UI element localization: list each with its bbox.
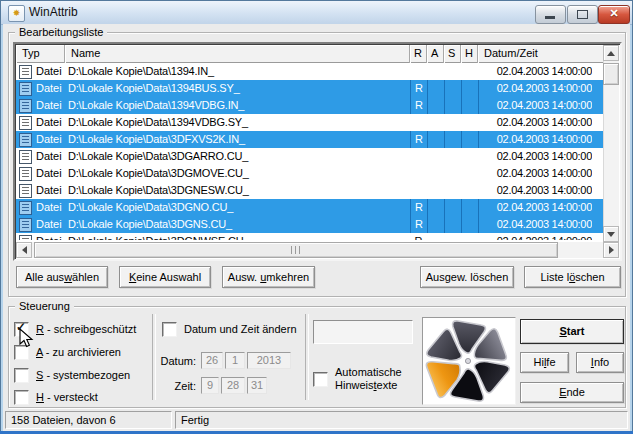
pinwheel-icon: [423, 318, 513, 402]
checkbox-archive[interactable]: ✓ A - zu archivieren: [14, 345, 121, 360]
date-month-field[interactable]: 1: [225, 352, 245, 369]
scroll-grip-icon: [291, 246, 302, 254]
vertical-scroll-thumb[interactable]: [603, 63, 619, 85]
file-icon: [19, 82, 32, 96]
time-label: Zeit:: [156, 380, 196, 392]
exit-button[interactable]: Ende: [520, 382, 624, 403]
delete-selected-button[interactable]: Ausgew. löschen: [420, 266, 514, 288]
checkbox-box: ✓: [14, 368, 29, 383]
table-row[interactable]: DateiD:\Lokale Kopie\Data\1394VDBG.IN_R0…: [16, 97, 603, 114]
scroll-left-button[interactable]: [16, 242, 32, 258]
scroll-up-button[interactable]: [603, 45, 619, 61]
info-button[interactable]: Info: [576, 352, 624, 373]
file-icon: [19, 201, 32, 215]
horizontal-scrollbar[interactable]: [16, 242, 619, 258]
checkbox-box: ✓: [313, 372, 328, 387]
maximize-icon: [577, 10, 588, 19]
scroll-down-button[interactable]: [603, 226, 619, 242]
progress-panel: [313, 320, 413, 344]
list-group-label: Bearbeitungsliste: [15, 26, 107, 39]
file-icon: [19, 150, 32, 164]
file-icon: [19, 167, 32, 181]
file-list[interactable]: Typ Name R A S H Datum/Zeit DateiD:\Loka…: [13, 42, 622, 261]
close-icon: ✕: [609, 7, 618, 19]
list-rows: DateiD:\Lokale Kopie\Data\1394.IN_02.04.…: [16, 63, 603, 240]
table-row[interactable]: DateiD:\Lokale Kopie\Data\3DGNS.CU_R02.0…: [16, 216, 603, 233]
minimize-icon: [545, 16, 555, 19]
select-all-button[interactable]: Alle auswählen: [16, 266, 108, 288]
table-row[interactable]: DateiD:\Lokale Kopie\Data\3DFXVS2K.IN_R0…: [16, 131, 603, 148]
file-icon: [19, 116, 32, 130]
arrow-down-icon: [607, 232, 615, 237]
time-minute-field[interactable]: 28: [221, 377, 245, 394]
file-icon: [19, 133, 32, 147]
time-second-field[interactable]: 31: [247, 377, 267, 394]
arrow-right-icon: [609, 246, 614, 254]
file-icon: [19, 218, 32, 232]
file-icon: [19, 99, 32, 113]
checkbox-auto-hints[interactable]: ✓ Automatische Hinweistexte: [313, 366, 402, 392]
column-header-name[interactable]: Name: [65, 45, 410, 63]
separator: [305, 314, 309, 400]
checkbox-readonly[interactable]: ✓ R - schreibgeschützt: [14, 322, 136, 337]
title-bar[interactable]: ✸ WinAttrib ✕: [1, 1, 632, 25]
clear-list-button[interactable]: Liste löschen: [524, 266, 621, 288]
status-bar: 158 Dateien, davon 6 ausgewählt Fertig: [3, 409, 630, 431]
checkbox-system[interactable]: ✓ S - systembezogen: [14, 368, 130, 383]
file-icon: [19, 235, 32, 240]
checkbox-box: ✓: [14, 390, 29, 405]
table-row[interactable]: DateiD:\Lokale Kopie\Data\1394VDBG.SY_02…: [16, 114, 603, 131]
checkbox-box: ✓: [162, 322, 177, 337]
select-none-button[interactable]: Keine Auswahl: [119, 266, 211, 288]
status-file-count: 158 Dateien, davon 6 ausgewählt: [5, 411, 172, 429]
scroll-right-button[interactable]: [603, 242, 619, 258]
minimize-button[interactable]: [535, 5, 566, 24]
table-row[interactable]: DateiD:\Lokale Kopie\Data\3DGMOVE.CU_02.…: [16, 165, 603, 182]
table-row[interactable]: DateiD:\Lokale Kopie\Data\3DGARRO.CU_02.…: [16, 148, 603, 165]
list-header: Typ Name R A S H Datum/Zeit: [16, 45, 603, 63]
checkbox-change-datetime[interactable]: ✓ Datum und Zeit ändern: [162, 322, 297, 337]
column-header-typ[interactable]: Typ: [16, 45, 65, 63]
date-year-field[interactable]: 2013: [247, 352, 291, 369]
control-group-label: Steuerung: [15, 300, 74, 313]
time-hour-field[interactable]: 9: [201, 377, 219, 394]
file-icon: [19, 184, 32, 198]
window-title: WinAttrib: [29, 5, 78, 19]
file-icon: [19, 65, 32, 79]
arrow-up-icon: [607, 51, 615, 56]
arrow-left-icon: [22, 246, 27, 254]
checkbox-box: ✓: [14, 345, 29, 360]
app-icon[interactable]: ✸: [8, 5, 25, 22]
maximize-button[interactable]: [567, 5, 598, 24]
vertical-scrollbar[interactable]: [603, 45, 619, 242]
column-header-r[interactable]: R: [410, 45, 427, 63]
invert-selection-button[interactable]: Ausw. umkehren: [222, 266, 315, 288]
column-header-s[interactable]: S: [444, 45, 461, 63]
status-state: Fertig: [175, 411, 628, 429]
date-day-field[interactable]: 26: [201, 352, 223, 369]
check-icon: ✓: [16, 320, 26, 334]
pinwheel-logo: [422, 317, 516, 405]
table-row[interactable]: DateiD:\Lokale Kopie\Data\3DGNESW.CU_02.…: [16, 182, 603, 199]
column-header-a[interactable]: A: [427, 45, 444, 63]
table-row[interactable]: DateiD:\Lokale Kopie\Data\1394.IN_02.04.…: [16, 63, 603, 80]
close-button[interactable]: ✕: [598, 5, 630, 24]
column-header-datum-zeit[interactable]: Datum/Zeit: [478, 45, 603, 63]
help-button[interactable]: Hilfe: [520, 352, 569, 373]
horizontal-scroll-thumb[interactable]: [34, 242, 558, 258]
checkbox-box: ✓: [14, 322, 29, 337]
table-row[interactable]: DateiD:\Lokale Kopie\Data\3DGNWSE.CU_R02…: [16, 233, 603, 240]
checkbox-hidden[interactable]: ✓ H - versteckt: [14, 390, 98, 405]
column-header-h[interactable]: H: [461, 45, 478, 63]
table-row[interactable]: DateiD:\Lokale Kopie\Data\1394BUS.SY_R02…: [16, 80, 603, 97]
winattrib-window: ✸ WinAttrib ✕ Bearbeitungsliste Typ Name…: [0, 0, 633, 434]
start-button[interactable]: Start: [520, 319, 624, 344]
date-label: Datum:: [156, 355, 196, 367]
table-row[interactable]: DateiD:\Lokale Kopie\Data\3DGNO.CU_R02.0…: [16, 199, 603, 216]
